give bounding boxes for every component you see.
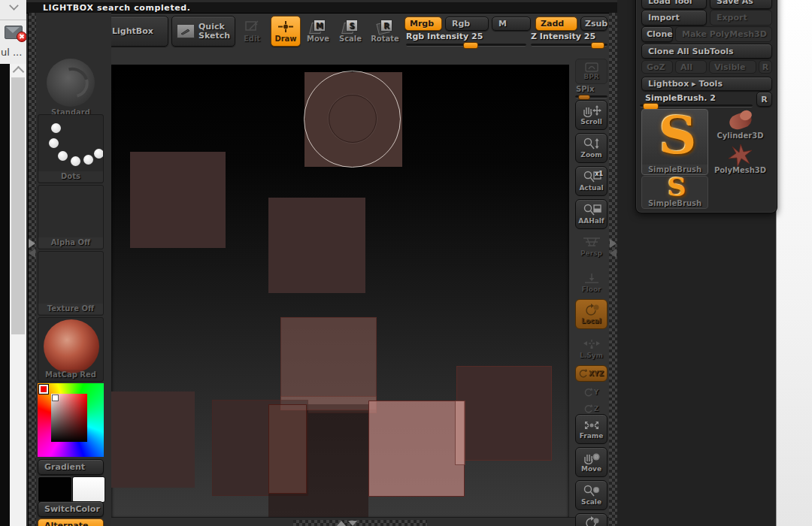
- rotate-y-button[interactable]: Y: [575, 385, 607, 400]
- texture-thumbnail[interactable]: Texture Off: [38, 251, 104, 316]
- rotate-arc-icon: [579, 369, 587, 378]
- import-button[interactable]: Import: [641, 10, 707, 26]
- edit-icon: [244, 20, 260, 32]
- divider-down-arrow[interactable]: [348, 521, 357, 526]
- spix-slider[interactable]: [575, 95, 607, 98]
- scale-canvas-button[interactable]: Scale: [575, 480, 607, 510]
- move-mode-button[interactable]: M Move: [304, 16, 332, 47]
- tray-close-arrow[interactable]: [29, 249, 35, 258]
- m-button[interactable]: M: [492, 17, 531, 31]
- z-intensity-slider[interactable]: [531, 44, 607, 47]
- secondary-color-swatch[interactable]: [72, 476, 105, 503]
- draw-button[interactable]: Draw: [271, 16, 301, 47]
- move-canvas-button[interactable]: Move: [575, 447, 607, 477]
- hue-cursor[interactable]: [39, 385, 48, 394]
- local-rotate-icon: [582, 304, 601, 316]
- move-mode-icon: M: [311, 20, 326, 32]
- aahalf-button[interactable]: AAHalf: [575, 199, 607, 229]
- rotate-mode-button[interactable]: R Rotate: [370, 16, 400, 47]
- alternate-button[interactable]: Alternate: [38, 518, 104, 526]
- edit-button[interactable]: Edit: [238, 16, 266, 47]
- actual-button[interactable]: x1 Actual: [575, 166, 607, 196]
- draw-icon: [277, 20, 294, 33]
- clone-all-subtools-button[interactable]: Clone All SubTools: [641, 44, 772, 59]
- save-as-button[interactable]: Save As: [710, 0, 772, 9]
- sculpt-stroke-rect: [268, 198, 365, 293]
- tool-item-cylinder3d[interactable]: Cylinder3D: [708, 109, 772, 142]
- lsym-button[interactable]: L.Sym: [575, 334, 607, 364]
- stroke-thumbnail[interactable]: Dots: [38, 114, 104, 183]
- rgb-intensity-handle[interactable]: [463, 42, 478, 49]
- symmetry-icon: [582, 338, 601, 351]
- persp-button[interactable]: Persp: [575, 231, 607, 261]
- chevron-down-icon[interactable]: [10, 2, 19, 8]
- scroll-up-icon[interactable]: [13, 66, 25, 78]
- right-tray-open-arrow[interactable]: [610, 239, 617, 248]
- sv-cursor[interactable]: [52, 394, 59, 401]
- goz-all-button[interactable]: All: [675, 60, 707, 74]
- gradient-button[interactable]: Gradient: [38, 459, 104, 475]
- scale-mode-icon: S: [343, 20, 358, 32]
- switch-color-button[interactable]: SwitchColor: [38, 501, 104, 517]
- background-window-text: ul ...: [1, 47, 22, 58]
- sculpt-stroke-rect: [368, 401, 465, 497]
- bottom-divider[interactable]: [111, 517, 635, 526]
- z-intensity-label: Z Intensity 25: [531, 32, 595, 41]
- export-button[interactable]: Export: [710, 10, 772, 26]
- tool-item-polymesh3d[interactable]: PolyMesh3D: [708, 144, 772, 177]
- right-tray-divider[interactable]: [609, 13, 617, 526]
- quick-sketch-button[interactable]: Quick Sketch: [171, 16, 235, 47]
- xyz-button[interactable]: XYZ: [575, 365, 607, 382]
- scrollbar-thumb[interactable]: [11, 77, 25, 334]
- lightbox-button[interactable]: LightBox: [105, 16, 168, 47]
- tool-r-button[interactable]: R: [756, 92, 772, 107]
- zadd-button[interactable]: Zadd: [535, 17, 577, 31]
- load-tool-button[interactable]: Load Tool: [641, 0, 707, 9]
- sculpt-stroke-circle-inner: [329, 95, 377, 143]
- rgb-intensity-slider[interactable]: [406, 44, 526, 47]
- sculpt-stroke-rect: [130, 152, 226, 248]
- hand-arrows-icon: [582, 104, 601, 117]
- sculpt-stroke-rect: [456, 366, 552, 461]
- alpha-thumbnail[interactable]: Alpha Off: [38, 185, 104, 249]
- zsub-button[interactable]: Zsub: [580, 17, 607, 31]
- color-picker[interactable]: [38, 383, 104, 457]
- frame-button[interactable]: Frame: [575, 414, 607, 444]
- right-tray-close-arrow[interactable]: [610, 249, 617, 258]
- rotate-arc-icon: [584, 388, 592, 397]
- scale-mode-button[interactable]: S Scale: [336, 16, 365, 47]
- z-intensity-handle[interactable]: [591, 42, 604, 49]
- background-window-content: [0, 64, 10, 526]
- local-button[interactable]: Local: [575, 299, 607, 329]
- rotate-arc-icon: [584, 404, 592, 413]
- mail-error-icon[interactable]: [5, 26, 23, 39]
- matcap-sphere-icon: [44, 319, 99, 373]
- goz-button[interactable]: GoZ: [641, 60, 673, 74]
- floor-button[interactable]: Floor: [575, 268, 607, 298]
- rgb-button[interactable]: Rgb: [445, 17, 489, 31]
- scroll-button[interactable]: Scroll: [575, 100, 607, 130]
- goz-visible-button[interactable]: Visible: [709, 60, 756, 74]
- lightbox-tools-button[interactable]: Lightbox ▸ Tools: [641, 77, 772, 91]
- bpr-button[interactable]: BPR: [575, 59, 607, 84]
- background-scrollbar[interactable]: [10, 64, 26, 526]
- zoom-button[interactable]: Zoom: [575, 133, 607, 163]
- clone-button[interactable]: Clone: [641, 26, 673, 42]
- divider-up-arrow[interactable]: [337, 521, 346, 526]
- tool-item-label: Cylinder3D: [708, 132, 772, 140]
- tool-slider[interactable]: [640, 104, 753, 107]
- tray-open-arrow[interactable]: [29, 239, 35, 248]
- make-polymesh3d-button[interactable]: Make PolyMesh3D: [675, 26, 772, 42]
- spix-handle[interactable]: [578, 95, 590, 100]
- mrgb-button[interactable]: Mrgb: [404, 17, 442, 31]
- rotate-canvas-button[interactable]: [575, 513, 607, 526]
- tool-item-simplebrush-large[interactable]: S SimpleBrush: [641, 109, 708, 175]
- brush-thumbnail[interactable]: [38, 57, 104, 110]
- goz-r-button[interactable]: R: [759, 60, 772, 74]
- sv-square[interactable]: [51, 394, 87, 442]
- zbrush-app: ul ... LIGHTBOX search completed. Projec…: [0, 0, 812, 526]
- material-thumbnail[interactable]: MatCap Red Wax: [38, 317, 104, 382]
- main-color-swatch[interactable]: [38, 476, 72, 503]
- canvas[interactable]: [111, 65, 569, 517]
- tool-item-simplebrush-small[interactable]: S SimpleBrush: [641, 176, 708, 209]
